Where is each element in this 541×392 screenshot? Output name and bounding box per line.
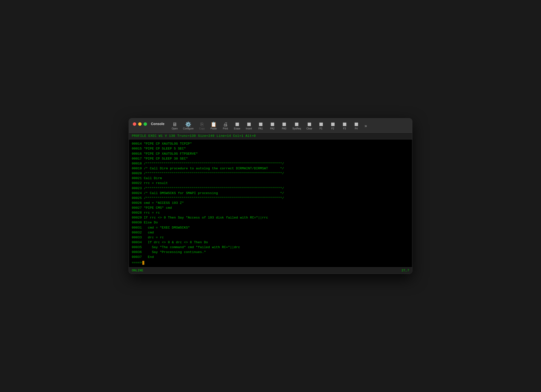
copy-button[interactable]: ⎘ Copy <box>197 121 207 131</box>
clear-icon <box>308 122 311 127</box>
terminal-line: 00019 /* Call Dirm procedure to autolog … <box>132 166 409 171</box>
f2-icon <box>331 122 335 127</box>
traffic-lights <box>133 122 147 126</box>
f2-button[interactable]: F2 <box>327 121 338 131</box>
configure-label: Configure <box>183 127 193 130</box>
terminal-line: 00022 rrc = result <box>132 181 409 186</box>
clear-button[interactable]: Clear <box>304 121 315 131</box>
terminal-line: 00014 "PIPE CP XAUTOLOG TCPIP" <box>132 141 409 146</box>
cursor-position: 27,7 <box>402 269 409 272</box>
terminal-line: 00036 Say "Processing continues." <box>132 250 409 255</box>
pa1-icon <box>259 122 262 127</box>
f1-icon <box>319 122 323 127</box>
terminal-line: 00031 cmd = "EXEC DMSWSCKS" <box>132 225 409 230</box>
pa3-label: PA3 <box>282 127 286 130</box>
paste-icon: 📋 <box>211 122 217 127</box>
f3-button[interactable]: F3 <box>339 121 350 131</box>
gear-icon: ⚙️ <box>185 122 191 127</box>
terminal-line: 00034 If drc <> 0 & drc <> 8 Then Do <box>132 240 409 245</box>
terminal-line: 00015 "PIPE CP SLEEP 5 SEC" <box>132 146 409 151</box>
terminal-line: 00017 "PIPE CP SLEEP 30 SEC" <box>132 156 409 161</box>
terminal-line: 00037 End <box>132 255 409 260</box>
close-button[interactable] <box>133 122 136 126</box>
terminal-line: 00018 /*********************************… <box>132 161 409 166</box>
insert-button[interactable]: Insert <box>244 121 254 131</box>
terminal-line: 00029 If rrc <> 0 Then Say "Access of 19… <box>132 215 409 220</box>
copy-label: Copy <box>199 127 205 130</box>
titlebar: Console 🖥 Open ⚙️ Configure ⎘ Copy 📋 Pas… <box>129 118 412 133</box>
f4-label: F4 <box>355 127 358 130</box>
terminal-line: 00021 Call Dirm <box>132 176 409 181</box>
status-bar: PROFILE EXEC W1 V 130 Trunc=130 Size=249… <box>129 133 412 139</box>
terminal-line: 00035 Say "The command" cmd "failed with… <box>132 245 409 250</box>
insert-icon <box>247 122 251 127</box>
terminal-line: 00023 /*********************************… <box>132 186 409 191</box>
clear-label: Clear <box>306 127 312 130</box>
cursor <box>142 261 144 265</box>
toolbar: 🖥 Open ⚙️ Configure ⎘ Copy 📋 Paste 🖨 <box>169 121 369 132</box>
pa1-label: PA1 <box>259 127 263 130</box>
pa3-button[interactable]: PA3 <box>279 121 290 131</box>
erase-label: Erase <box>234 127 240 130</box>
terminal-line: 00030 Else Do <box>132 220 409 225</box>
online-status: ONLINE <box>132 269 143 272</box>
configure-button[interactable]: ⚙️ Configure <box>181 121 195 131</box>
print-button[interactable]: 🖨 Print <box>220 121 231 131</box>
more-button[interactable]: » <box>363 122 369 129</box>
f3-icon <box>343 122 346 127</box>
terminal[interactable]: 00014 "PIPE CP XAUTOLOG TCPIP"00015 "PIP… <box>129 139 412 267</box>
maximize-button[interactable] <box>144 122 147 126</box>
terminal-line: 00024 /* Call DMSWSCKS for SMAPI process… <box>132 191 409 196</box>
sysreq-icon <box>295 122 298 127</box>
insert-label: Insert <box>246 127 252 130</box>
paste-button[interactable]: 📋 Paste <box>208 121 219 131</box>
bottom-bar: ONLINE 27,7 <box>129 267 412 274</box>
terminal-line: 00016 "PIPE CP XAUTOLOG FTPSERVE" <box>132 151 409 156</box>
open-label: Open <box>172 127 178 130</box>
terminal-line: 00025 /*********************************… <box>132 196 409 201</box>
copy-icon: ⎘ <box>201 122 203 127</box>
minimize-button[interactable] <box>138 122 142 126</box>
terminal-line: 00028 rrc = rc <box>132 210 409 215</box>
sysreq-button[interactable]: SysReq <box>291 121 303 131</box>
f3-label: F3 <box>343 127 346 130</box>
terminal-line: 00026 cmd = "ACCESS 193 Z" <box>132 201 409 206</box>
title-section: Console <box>151 121 164 128</box>
print-icon: 🖨 <box>223 122 228 127</box>
input-prompt: ====> <box>132 260 142 265</box>
terminal-line: 00033 drc = rc <box>132 235 409 240</box>
pa1-button[interactable]: PA1 <box>255 121 266 131</box>
terminal-line: 00027 "PIPE CMS" cmd <box>132 206 409 210</box>
f4-button[interactable]: F4 <box>351 121 362 131</box>
paste-label: Paste <box>211 127 217 130</box>
erase-button[interactable]: Erase <box>232 121 243 131</box>
f2-label: F2 <box>331 127 334 130</box>
terminal-input-line[interactable]: ====> <box>132 260 409 265</box>
erase-icon <box>236 122 239 127</box>
terminal-line: 00032 cmd <box>132 230 409 235</box>
f1-label: F1 <box>320 127 323 130</box>
window-title: Console <box>151 122 164 126</box>
open-button[interactable]: 🖥 Open <box>169 121 180 131</box>
pa2-label: PA2 <box>270 127 275 130</box>
monitor-icon: 🖥 <box>172 122 177 127</box>
pa3-icon <box>282 122 286 127</box>
f4-icon <box>355 122 358 127</box>
sysreq-label: SysReq <box>293 127 301 130</box>
console-window: Console 🖥 Open ⚙️ Configure ⎘ Copy 📋 Pas… <box>129 118 412 274</box>
terminal-line: 00020 /*********************************… <box>132 171 409 176</box>
f1-button[interactable]: F1 <box>316 121 327 131</box>
print-label: Print <box>223 127 228 130</box>
pa2-icon <box>271 122 274 127</box>
pa2-button[interactable]: PA2 <box>267 121 278 131</box>
